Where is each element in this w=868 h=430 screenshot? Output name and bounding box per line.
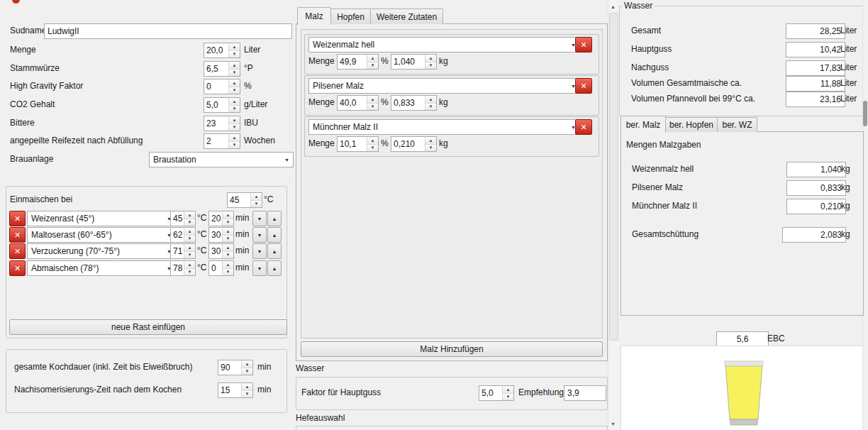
spin-up-icon[interactable]: ▲ <box>425 55 436 62</box>
rest-type-select[interactable]: Weizenrast (45°)▼ <box>27 211 176 226</box>
spin-down-icon[interactable]: ▼ <box>229 50 240 58</box>
spin-down-icon[interactable]: ▼ <box>223 219 233 226</box>
scroll-down-button[interactable]: ▼ <box>608 419 618 429</box>
rest-temp-spinbox[interactable]: 71▲▼ <box>170 243 196 259</box>
pfannevoll-field[interactable]: 23,16 <box>786 92 845 107</box>
delete-rest-button[interactable]: ✕ <box>9 211 26 226</box>
delete-rest-button[interactable]: ✕ <box>9 260 26 276</box>
malt-amount-spinbox[interactable]: 0,210▲▼ <box>391 136 437 152</box>
spin-down-icon[interactable]: ▼ <box>223 251 233 259</box>
sudname-input[interactable]: LudwigII <box>44 23 292 39</box>
malz-amount-field[interactable]: 1,040 <box>786 162 846 177</box>
ebc-field[interactable]: 5,6 <box>716 331 769 347</box>
malt-select[interactable]: Münchner Malz II▼ <box>308 119 580 135</box>
rest-temp-spinbox[interactable]: 62▲▼ <box>170 227 196 243</box>
spin-down-icon[interactable]: ▼ <box>184 251 195 259</box>
malt-amount-spinbox[interactable]: 1,040▲▼ <box>391 54 437 70</box>
nachguss-field[interactable]: 17,83 <box>786 60 845 76</box>
spin-up-icon[interactable]: ▲ <box>367 137 378 144</box>
spin-up-icon[interactable]: ▲ <box>184 244 195 251</box>
kochdauer-spinbox[interactable]: 90 ▲▼ <box>218 360 253 375</box>
reifezeit-spinbox[interactable]: 2 ▲▼ <box>204 133 240 149</box>
rest-temp-spinbox[interactable]: 45▲▼ <box>170 211 196 226</box>
brauanlage-select[interactable]: Braustation ▼ <box>149 152 294 167</box>
spin-up-icon[interactable]: ▲ <box>242 383 252 390</box>
spin-up-icon[interactable]: ▲ <box>242 360 252 368</box>
spin-down-icon[interactable]: ▼ <box>184 268 195 276</box>
menge-spinbox[interactable]: 20,0 ▲▼ <box>204 43 240 58</box>
spin-up-icon[interactable]: ▲ <box>425 96 436 103</box>
delete-malt-button[interactable]: ✕ <box>575 78 592 94</box>
move-up-button[interactable]: ▲ <box>267 227 282 243</box>
spin-down-icon[interactable]: ▼ <box>229 87 240 94</box>
delete-rest-button[interactable]: ✕ <box>9 227 26 243</box>
spin-up-icon[interactable]: ▲ <box>223 211 233 219</box>
faktor-hauptguss-spinbox[interactable]: 5,0 ▲▼ <box>479 385 514 401</box>
spin-down-icon[interactable]: ▼ <box>229 69 240 77</box>
malt-select[interactable]: Pilsener Malz▼ <box>308 78 580 94</box>
spin-down-icon[interactable]: ▼ <box>184 219 195 226</box>
spin-up-icon[interactable]: ▲ <box>425 137 436 144</box>
move-up-button[interactable]: ▲ <box>267 211 282 226</box>
spin-down-icon[interactable]: ▼ <box>425 62 436 70</box>
spin-down-icon[interactable]: ▼ <box>425 103 436 111</box>
move-up-button[interactable]: ▲ <box>267 243 282 259</box>
scrollbar-thumb[interactable] <box>609 13 618 341</box>
spin-up-icon[interactable]: ▲ <box>184 211 195 219</box>
spin-down-icon[interactable]: ▼ <box>251 200 262 208</box>
move-down-button[interactable]: ▼ <box>252 243 267 259</box>
rest-time-spinbox[interactable]: 0▲▼ <box>208 260 234 276</box>
spin-up-icon[interactable]: ▲ <box>367 55 378 62</box>
spin-up-icon[interactable]: ▲ <box>229 98 240 105</box>
spin-down-icon[interactable]: ▼ <box>503 393 513 401</box>
malt-amount-spinbox[interactable]: 0,833▲▼ <box>391 95 437 111</box>
delete-rest-button[interactable]: ✕ <box>9 243 26 259</box>
spin-up-icon[interactable]: ▲ <box>229 79 240 87</box>
malt-percent-spinbox[interactable]: 40,0▲▼ <box>337 95 379 111</box>
spin-down-icon[interactable]: ▼ <box>367 62 378 70</box>
rest-time-spinbox[interactable]: 30▲▼ <box>208 243 234 259</box>
move-down-button[interactable]: ▼ <box>252 211 267 226</box>
add-rest-button[interactable]: neue Rast einfügen <box>9 319 287 335</box>
spin-up-icon[interactable]: ▲ <box>184 261 195 268</box>
gesamt-field[interactable]: 28,25 <box>786 23 845 39</box>
hauptguss-field[interactable]: 10,42 <box>786 42 845 57</box>
spin-down-icon[interactable]: ▼ <box>367 144 378 152</box>
spin-down-icon[interactable]: ▼ <box>223 235 233 243</box>
tab-ber-wz[interactable]: ber. WZ <box>717 117 757 132</box>
right-scrollbar-thumb[interactable] <box>863 101 867 126</box>
malz-amount-field[interactable]: 0,833 <box>786 180 846 196</box>
spin-up-icon[interactable]: ▲ <box>229 62 240 69</box>
spin-up-icon[interactable]: ▲ <box>223 228 233 235</box>
spin-down-icon[interactable]: ▼ <box>242 368 252 375</box>
spin-up-icon[interactable]: ▲ <box>223 244 233 251</box>
spin-up-icon[interactable]: ▲ <box>367 96 378 103</box>
move-down-button[interactable]: ▼ <box>252 260 267 276</box>
rest-type-select[interactable]: Verzuckerung (70°-75°)▼ <box>27 243 176 259</box>
add-malt-button[interactable]: Malz Hinzufügen <box>301 341 603 357</box>
spin-up-icon[interactable]: ▲ <box>503 386 513 393</box>
spin-up-icon[interactable]: ▲ <box>229 43 240 50</box>
bittere-spinbox[interactable]: 23 ▲▼ <box>204 116 240 131</box>
rest-time-spinbox[interactable]: 20▲▼ <box>208 211 234 226</box>
malt-percent-spinbox[interactable]: 10,1▲▼ <box>337 136 379 152</box>
empfehlung-field[interactable]: 3,9 <box>564 385 606 401</box>
gesamtmaische-field[interactable]: 11,88 <box>786 76 845 92</box>
spin-up-icon[interactable]: ▲ <box>223 261 233 268</box>
spin-down-icon[interactable]: ▼ <box>223 268 233 276</box>
malz-amount-field[interactable]: 0,210 <box>786 199 846 214</box>
spin-down-icon[interactable]: ▼ <box>184 235 195 243</box>
spin-up-icon[interactable]: ▲ <box>184 228 195 235</box>
spin-down-icon[interactable]: ▼ <box>367 103 378 111</box>
spin-down-icon[interactable]: ▼ <box>242 390 252 398</box>
delete-malt-button[interactable]: ✕ <box>575 119 592 135</box>
tab-ber-malz[interactable]: ber. Malz <box>621 116 666 133</box>
spin-down-icon[interactable]: ▼ <box>229 105 240 113</box>
malt-select[interactable]: Weizenmalz hell▼ <box>308 37 580 53</box>
rest-temp-spinbox[interactable]: 78▲▼ <box>170 260 196 276</box>
co2-spinbox[interactable]: 5,0 ▲▼ <box>204 97 240 113</box>
high-gravity-spinbox[interactable]: 0 ▲▼ <box>204 79 240 94</box>
spin-up-icon[interactable]: ▲ <box>251 193 262 200</box>
move-down-button[interactable]: ▼ <box>252 227 267 243</box>
nachisomerisierung-spinbox[interactable]: 15 ▲▼ <box>218 382 253 398</box>
